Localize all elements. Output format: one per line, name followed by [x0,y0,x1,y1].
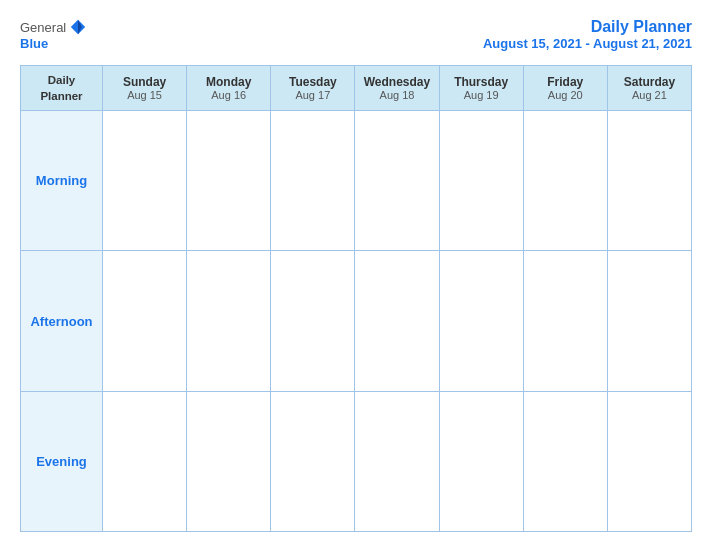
col-header-sunday: Sunday Aug 15 [103,66,187,111]
cell-morning-tuesday[interactable] [271,111,355,251]
cell-morning-thursday[interactable] [439,111,523,251]
day-date-friday: Aug 20 [528,89,603,101]
cell-afternoon-wednesday[interactable] [355,251,439,391]
col-header-thursday: Thursday Aug 19 [439,66,523,111]
day-name-tuesday: Tuesday [275,75,350,89]
table-row-evening: Evening [21,391,692,531]
cell-morning-saturday[interactable] [607,111,691,251]
table-header-row: Daily Planner Sunday Aug 15 Monday Aug 1… [21,66,692,111]
col-header-friday: Friday Aug 20 [523,66,607,111]
col-header-monday: Monday Aug 16 [187,66,271,111]
cell-evening-sunday[interactable] [103,391,187,531]
cell-afternoon-thursday[interactable] [439,251,523,391]
time-label-morning: Morning [21,111,103,251]
cell-morning-sunday[interactable] [103,111,187,251]
day-name-saturday: Saturday [612,75,687,89]
day-date-wednesday: Aug 18 [359,89,434,101]
cell-morning-friday[interactable] [523,111,607,251]
page-header: General Blue Daily Planner August 15, 20… [20,18,692,51]
day-date-sunday: Aug 15 [107,89,182,101]
day-name-wednesday: Wednesday [359,75,434,89]
date-range: August 15, 2021 - August 21, 2021 [483,36,692,51]
cell-afternoon-sunday[interactable] [103,251,187,391]
label-header-line1: Daily [48,74,76,86]
logo-icon [69,18,87,36]
day-name-friday: Friday [528,75,603,89]
cell-morning-wednesday[interactable] [355,111,439,251]
cell-evening-saturday[interactable] [607,391,691,531]
cell-morning-monday[interactable] [187,111,271,251]
day-date-tuesday: Aug 17 [275,89,350,101]
logo-blue-text: Blue [20,36,48,51]
cell-evening-wednesday[interactable] [355,391,439,531]
cell-evening-monday[interactable] [187,391,271,531]
title-area: Daily Planner August 15, 2021 - August 2… [483,18,692,51]
time-label-afternoon: Afternoon [21,251,103,391]
table-row-afternoon: Afternoon [21,251,692,391]
day-name-thursday: Thursday [444,75,519,89]
col-header-wednesday: Wednesday Aug 18 [355,66,439,111]
planner-table: Daily Planner Sunday Aug 15 Monday Aug 1… [20,65,692,532]
cell-evening-thursday[interactable] [439,391,523,531]
col-header-tuesday: Tuesday Aug 17 [271,66,355,111]
time-label-evening: Evening [21,391,103,531]
label-column-header: Daily Planner [21,66,103,111]
day-name-sunday: Sunday [107,75,182,89]
cell-afternoon-tuesday[interactable] [271,251,355,391]
logo-general-text: General [20,20,66,35]
cell-evening-friday[interactable] [523,391,607,531]
day-date-monday: Aug 16 [191,89,266,101]
day-date-thursday: Aug 19 [444,89,519,101]
cell-afternoon-friday[interactable] [523,251,607,391]
cell-evening-tuesday[interactable] [271,391,355,531]
page-title: Daily Planner [483,18,692,36]
logo: General [20,18,87,36]
cell-afternoon-monday[interactable] [187,251,271,391]
col-header-saturday: Saturday Aug 21 [607,66,691,111]
day-date-saturday: Aug 21 [612,89,687,101]
day-name-monday: Monday [191,75,266,89]
table-row-morning: Morning [21,111,692,251]
label-header-line2: Planner [40,90,82,102]
logo-area: General Blue [20,18,87,51]
cell-afternoon-saturday[interactable] [607,251,691,391]
